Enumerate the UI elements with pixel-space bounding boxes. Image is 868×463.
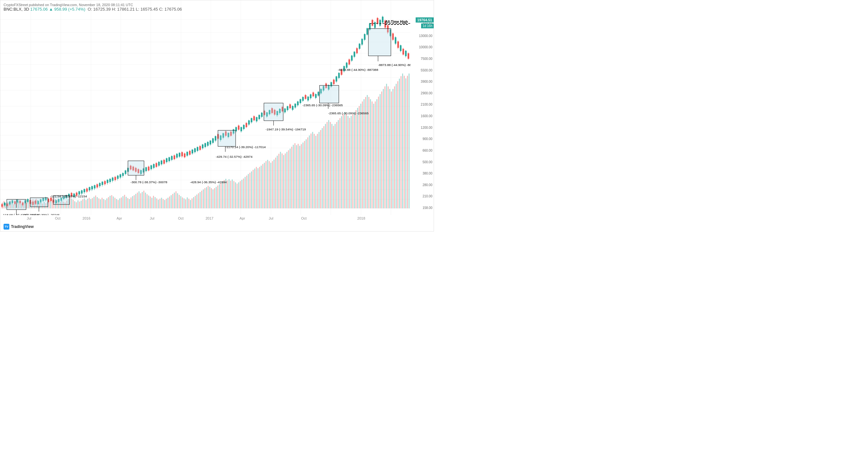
svg-rect-595 (397, 41, 399, 48)
svg-rect-202 (275, 158, 276, 209)
svg-rect-183 (245, 177, 246, 208)
svg-rect-208 (285, 154, 286, 208)
svg-rect-611 (128, 161, 144, 176)
svg-rect-279 (399, 79, 400, 208)
svg-rect-200 (272, 161, 273, 209)
svg-rect-143 (180, 196, 181, 208)
tradingview-text: TradingView (11, 224, 33, 229)
price-label-7500: 7500.00 (410, 57, 434, 61)
svg-rect-381 (122, 173, 124, 176)
svg-rect-123 (148, 195, 149, 208)
svg-rect-148 (188, 199, 189, 208)
svg-rect-159 (206, 187, 207, 208)
svg-rect-287 (1, 204, 3, 207)
svg-rect-485 (256, 117, 257, 121)
svg-rect-236 (330, 122, 331, 208)
svg-rect-423 (176, 154, 178, 158)
svg-rect-569 (364, 34, 365, 40)
svg-rect-429 (184, 154, 185, 157)
svg-text:-428.94 (-36.35%) -42894: -428.94 (-36.35%) -42894 (190, 180, 227, 184)
svg-rect-179 (238, 182, 239, 208)
svg-rect-475 (243, 125, 245, 129)
svg-rect-447 (207, 142, 209, 146)
svg-rect-443 (202, 145, 204, 148)
svg-rect-563 (356, 48, 358, 54)
svg-rect-127 (155, 197, 156, 208)
svg-rect-76 (73, 199, 74, 208)
svg-rect-449 (210, 141, 211, 145)
svg-text:-2365.65 (-30.09%) -236565: -2365.65 (-30.09%) -236565 (328, 112, 369, 115)
svg-rect-165 (216, 187, 217, 208)
svg-rect-137 (170, 195, 172, 208)
svg-rect-209 (286, 152, 287, 208)
svg-rect-431 (186, 152, 188, 156)
svg-rect-479 (248, 120, 250, 125)
svg-rect-435 (192, 150, 193, 154)
svg-text:-300.78 (-38.37%) -30078: -300.78 (-38.37%) -30078 (130, 180, 167, 184)
svg-rect-591 (392, 33, 394, 40)
svg-rect-240 (336, 122, 337, 208)
svg-rect-86 (89, 198, 90, 208)
svg-rect-81 (81, 200, 82, 208)
svg-rect-94 (102, 198, 103, 208)
svg-rect-141 (177, 193, 178, 208)
svg-rect-175 (232, 179, 233, 208)
svg-rect-177 (235, 182, 236, 208)
svg-rect-146 (185, 199, 186, 208)
svg-rect-85 (87, 199, 88, 208)
svg-rect-255 (360, 104, 361, 208)
time-label-jul2: Jul (150, 216, 154, 220)
price-label-900: 900.00 (410, 137, 434, 141)
svg-rect-226 (314, 134, 315, 208)
chart-header: CryptoFXStreet published on TradingView.… (4, 3, 182, 11)
svg-rect-83 (84, 198, 85, 208)
svg-rect-138 (172, 194, 173, 208)
svg-rect-232 (323, 126, 324, 208)
svg-rect-235 (328, 120, 329, 208)
svg-rect-176 (234, 181, 235, 208)
svg-rect-221 (306, 140, 307, 208)
svg-rect-245 (344, 112, 345, 208)
svg-rect-102 (114, 198, 115, 208)
svg-rect-144 (182, 197, 183, 208)
svg-rect-593 (395, 37, 396, 44)
svg-rect-228 (317, 134, 318, 208)
svg-rect-427 (181, 152, 183, 156)
svg-rect-125 (151, 198, 152, 208)
svg-rect-581 (379, 20, 381, 26)
svg-rect-619 (368, 29, 391, 56)
svg-rect-158 (205, 188, 206, 208)
time-label-jul: Jul (27, 216, 31, 220)
svg-rect-95 (103, 199, 104, 208)
svg-rect-254 (359, 106, 360, 208)
svg-rect-129 (158, 199, 159, 208)
svg-rect-425 (179, 153, 180, 157)
svg-rect-188 (253, 170, 254, 208)
svg-rect-223 (309, 135, 310, 208)
svg-rect-91 (97, 197, 98, 208)
svg-rect-131 (161, 198, 162, 208)
svg-rect-264 (375, 101, 376, 208)
svg-rect-229 (318, 132, 319, 208)
svg-rect-213 (293, 145, 294, 208)
svg-rect-101 (113, 196, 114, 208)
svg-rect-413 (163, 160, 165, 164)
svg-rect-439 (197, 147, 198, 151)
svg-rect-152 (195, 196, 196, 208)
svg-rect-547 (336, 76, 337, 82)
svg-rect-411 (161, 161, 162, 164)
svg-rect-219 (303, 143, 304, 208)
svg-rect-357 (91, 186, 93, 189)
svg-rect-180 (240, 181, 241, 208)
svg-rect-451 (212, 138, 214, 143)
svg-rect-282 (404, 76, 405, 208)
svg-rect-178 (237, 184, 238, 208)
svg-rect-268 (381, 91, 382, 208)
svg-rect-134 (166, 199, 167, 208)
svg-rect-113 (132, 196, 133, 208)
price-label-2100: 2100.00 (410, 103, 434, 106)
svg-rect-483 (253, 116, 255, 120)
price-label-1200: 1200.00 (410, 126, 434, 129)
svg-rect-521 (302, 97, 304, 101)
svg-rect-557 (348, 59, 350, 64)
